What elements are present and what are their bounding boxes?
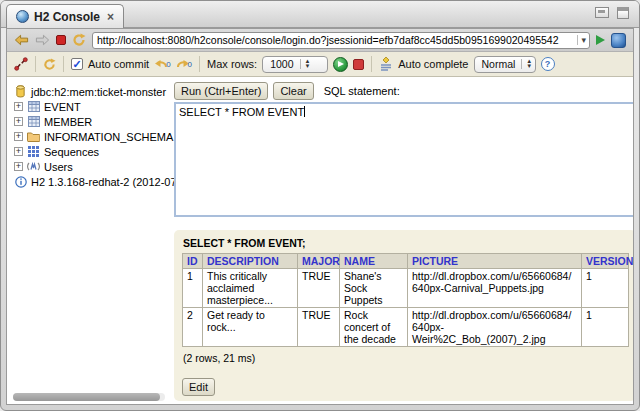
cell-picture: http://dl.dropbox.com/u/65660684/640px-W… bbox=[408, 308, 582, 347]
maximize-view-icon[interactable] bbox=[617, 7, 629, 19]
cell-picture: http://dl.dropbox.com/u/65660684/640px-C… bbox=[408, 269, 582, 308]
users-icon bbox=[27, 160, 40, 173]
max-rows-label: Max rows: bbox=[207, 58, 257, 70]
database-icon bbox=[14, 85, 27, 98]
sql-input[interactable]: SELECT * FROM EVENT bbox=[174, 102, 633, 217]
main-content: jdbc:h2:mem:ticket-monster + EVENT + MEM… bbox=[7, 77, 633, 404]
tree-item-label: EVENT bbox=[44, 101, 81, 113]
tree-item-label: H2 1.3.168-redhat-2 (2012-07-13 bbox=[31, 176, 192, 188]
eclipse-tab-bar: H2 Console × bbox=[1, 1, 639, 28]
col-header-id: ID bbox=[183, 254, 203, 269]
col-header-picture: PICTURE bbox=[408, 254, 582, 269]
expand-icon[interactable]: + bbox=[14, 132, 23, 141]
col-header-major: MAJOR bbox=[298, 254, 340, 269]
stepper-icon: ▲▼ bbox=[300, 59, 315, 69]
edit-button[interactable]: Edit bbox=[182, 378, 215, 396]
cell-major: TRUE bbox=[298, 269, 340, 308]
row-count-status: (2 rows, 21 ms) bbox=[183, 352, 628, 364]
tree-item-users[interactable]: + Users bbox=[14, 159, 171, 174]
table-row: 2 Get ready to rock... TRUE Rock concert… bbox=[183, 308, 629, 347]
browser-toolbar: http://localhost:8080/h2console/console/… bbox=[7, 29, 633, 52]
divider bbox=[199, 56, 200, 72]
tree-item-label: Users bbox=[44, 161, 73, 173]
tree-item-member[interactable]: + MEMBER bbox=[14, 114, 171, 129]
back-icon[interactable] bbox=[14, 34, 29, 46]
cancel-statement-icon[interactable] bbox=[353, 59, 364, 70]
cell-id: 1 bbox=[183, 269, 203, 308]
stepper-icon: ▲▼ bbox=[521, 59, 536, 69]
tree-item-label: Sequences bbox=[44, 146, 99, 158]
go-icon[interactable] bbox=[596, 35, 605, 45]
auto-complete-icon[interactable] bbox=[379, 57, 393, 71]
h2-toolbar: ✓ Auto commit 0 0 Max rows: 1000 ▲▼ Auto… bbox=[7, 52, 633, 77]
tree-item-label: jdbc:h2:mem:ticket-monster bbox=[31, 86, 166, 98]
folder-icon bbox=[27, 130, 40, 143]
info-icon bbox=[14, 175, 27, 188]
col-header-version: VERSION bbox=[582, 254, 629, 269]
cell-major: TRUE bbox=[298, 308, 340, 347]
tree-item-h2-version[interactable]: H2 1.3.168-redhat-2 (2012-07-13 bbox=[14, 174, 171, 189]
table-header-row: ID DESCRIPTION MAJOR NAME PICTURE VERSIO… bbox=[183, 254, 629, 269]
divider bbox=[35, 56, 36, 72]
col-header-description: DESCRIPTION bbox=[203, 254, 298, 269]
divider bbox=[63, 56, 64, 72]
cell-description: This critically acclaimed masterpiece... bbox=[203, 269, 298, 308]
cell-version: 1 bbox=[582, 308, 629, 347]
undo-icon[interactable]: 0 bbox=[154, 58, 170, 70]
eclipse-window: H2 Console × http://localhost:8080/h2con… bbox=[0, 0, 640, 411]
expand-icon[interactable]: + bbox=[14, 117, 23, 126]
table-row: 1 This critically acclaimed masterpiece.… bbox=[183, 269, 629, 308]
col-header-name: NAME bbox=[340, 254, 408, 269]
minimize-view-icon[interactable] bbox=[595, 7, 609, 18]
cell-id: 2 bbox=[183, 308, 203, 347]
tree-item-label: INFORMATION_SCHEMA bbox=[44, 131, 173, 143]
results-table: ID DESCRIPTION MAJOR NAME PICTURE VERSIO… bbox=[182, 253, 629, 347]
view-body: http://localhost:8080/h2console/console/… bbox=[6, 28, 634, 405]
tree-item-label: MEMBER bbox=[44, 116, 92, 128]
cell-name: Shane's Sock Puppets bbox=[340, 269, 408, 308]
url-input[interactable]: http://localhost:8080/h2console/console/… bbox=[92, 32, 590, 49]
stop-icon[interactable] bbox=[56, 35, 66, 45]
forward-icon[interactable] bbox=[35, 34, 50, 46]
close-icon[interactable]: × bbox=[107, 10, 114, 24]
tree-item-event[interactable]: + EVENT bbox=[14, 99, 171, 114]
table-icon bbox=[27, 100, 40, 113]
external-browser-icon[interactable] bbox=[611, 33, 626, 48]
auto-commit-checkbox[interactable]: ✓ bbox=[71, 58, 83, 70]
run-button[interactable]: Run (Ctrl+Enter) bbox=[174, 82, 268, 100]
max-rows-select[interactable]: 1000 ▲▼ bbox=[262, 56, 328, 73]
results-panel: SELECT * FROM EVENT; ID DESCRIPTION MAJO… bbox=[174, 230, 633, 401]
refresh-icon[interactable] bbox=[72, 33, 86, 47]
expand-icon[interactable]: + bbox=[14, 147, 23, 156]
url-text: http://localhost:8080/h2console/console/… bbox=[97, 34, 574, 46]
tab-title: H2 Console bbox=[34, 10, 100, 24]
run-selected-icon[interactable] bbox=[333, 57, 348, 72]
clear-button[interactable]: Clear bbox=[273, 82, 313, 100]
redo-icon[interactable]: 0 bbox=[176, 58, 192, 70]
expand-icon[interactable]: + bbox=[14, 102, 23, 111]
schema-tree: jdbc:h2:mem:ticket-monster + EVENT + MEM… bbox=[7, 77, 171, 404]
sql-text: SELECT * FROM EVENT bbox=[179, 106, 304, 118]
expand-icon[interactable]: + bbox=[14, 162, 23, 171]
horizontal-scrollbar[interactable] bbox=[13, 393, 165, 401]
help-icon[interactable]: ? bbox=[541, 57, 555, 71]
tab-h2-console[interactable]: H2 Console × bbox=[6, 4, 124, 28]
query-echo: SELECT * FROM EVENT; bbox=[183, 237, 628, 249]
cell-description: Get ready to rock... bbox=[203, 308, 298, 347]
refresh-objects-icon[interactable] bbox=[43, 58, 56, 71]
url-dropdown-icon[interactable]: ▾ bbox=[577, 35, 586, 45]
disconnect-icon[interactable] bbox=[14, 57, 28, 71]
sql-statement-label: SQL statement: bbox=[324, 85, 400, 97]
tree-item-sequences[interactable]: + Sequences bbox=[14, 144, 171, 159]
tree-item-connection[interactable]: jdbc:h2:mem:ticket-monster bbox=[14, 84, 171, 99]
query-toolbar: Run (Ctrl+Enter) Clear SQL statement: bbox=[174, 82, 400, 100]
tree-item-information-schema[interactable]: + INFORMATION_SCHEMA bbox=[14, 129, 171, 144]
auto-complete-select[interactable]: Normal ▲▼ bbox=[474, 56, 536, 73]
table-icon bbox=[27, 115, 40, 128]
text-caret bbox=[304, 106, 305, 117]
cell-name: Rock concert of the decade bbox=[340, 308, 408, 347]
scrollbar-thumb[interactable] bbox=[13, 393, 160, 401]
cell-version: 1 bbox=[582, 269, 629, 308]
divider bbox=[371, 56, 372, 72]
sequences-icon bbox=[27, 145, 40, 158]
